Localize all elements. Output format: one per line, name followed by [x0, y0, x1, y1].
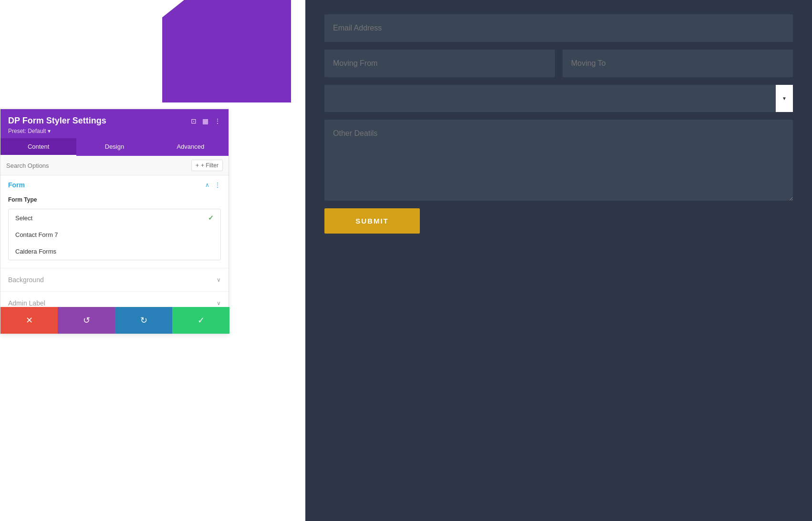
undo-icon: ↺	[83, 315, 90, 326]
dropdown-item-label: Contact Form 7	[15, 231, 58, 238]
submit-button[interactable]: SUBMIT	[324, 208, 420, 234]
more-icon[interactable]: ⋮	[214, 117, 221, 125]
cancel-button[interactable]: ✕	[0, 307, 58, 334]
settings-preset[interactable]: Preset: Default ▾	[8, 128, 221, 134]
dropdown-item-caldera[interactable]: Caldera Forms	[9, 243, 220, 260]
right-panel: ▼ SUBMIT	[305, 0, 812, 521]
submit-label: SUBMIT	[355, 217, 389, 225]
section-controls: ∧ ⋮	[205, 181, 221, 189]
redo-button[interactable]: ↻	[115, 307, 172, 334]
form-type-dropdown: Select ✓ Contact Form 7 Caldera Forms	[8, 209, 221, 260]
form-collapse-icon[interactable]: ∧	[205, 182, 209, 188]
settings-title: DP Form Styler Settings	[8, 116, 106, 126]
checkmark-icon: ✓	[208, 214, 214, 222]
dropdown-item-select[interactable]: Select ✓	[9, 209, 220, 226]
filter-button[interactable]: + + Filter	[191, 160, 223, 171]
frame-icon[interactable]: ⊡	[191, 117, 197, 125]
form-type-label: Form Type	[0, 194, 229, 207]
undo-button[interactable]: ↺	[58, 307, 115, 334]
background-expand-icon: ∨	[217, 276, 221, 283]
dropdown-item-label: Select	[15, 215, 32, 222]
email-field[interactable]	[324, 14, 793, 42]
form-select[interactable]	[324, 85, 793, 112]
grid-icon[interactable]: ▦	[202, 117, 208, 125]
admin-label-title: Admin Label	[8, 299, 45, 307]
admin-label-expand-icon: ∨	[217, 300, 221, 306]
search-bar: + + Filter	[0, 156, 229, 175]
cancel-icon: ✕	[26, 315, 33, 326]
form-more-icon[interactable]: ⋮	[214, 181, 221, 189]
dropdown-item-cf7[interactable]: Contact Form 7	[9, 226, 220, 243]
moving-row	[324, 50, 793, 77]
form-section-header: Form ∧ ⋮	[0, 175, 229, 194]
purple-shape	[162, 0, 291, 102]
settings-header: DP Form Styler Settings ⊡ ▦ ⋮ Preset: De…	[0, 109, 229, 138]
settings-tabs: Content Design Advanced	[0, 138, 229, 156]
settings-title-row: DP Form Styler Settings ⊡ ▦ ⋮	[8, 116, 221, 126]
tab-advanced[interactable]: Advanced	[153, 138, 229, 156]
moving-to-field[interactable]	[562, 50, 793, 77]
form-section: Form ∧ ⋮ Form Type Select ✓ Contact Form…	[0, 175, 229, 268]
confirm-button[interactable]: ✓	[172, 307, 229, 334]
dropdown-item-label: Caldera Forms	[15, 248, 56, 255]
other-details-textarea[interactable]	[324, 120, 793, 201]
settings-panel: DP Form Styler Settings ⊡ ▦ ⋮ Preset: De…	[0, 109, 229, 334]
tab-design[interactable]: Design	[76, 138, 152, 156]
confirm-icon: ✓	[198, 315, 205, 326]
filter-plus-icon: +	[196, 162, 199, 169]
moving-from-field[interactable]	[324, 50, 555, 77]
select-wrapper: ▼	[324, 85, 793, 112]
tab-content[interactable]: Content	[0, 138, 76, 156]
background-section[interactable]: Background ∨	[0, 268, 229, 292]
form-section-title: Form	[8, 181, 25, 189]
redo-icon: ↻	[140, 315, 147, 326]
action-bar: ✕ ↺ ↻ ✓	[0, 307, 229, 334]
settings-icons: ⊡ ▦ ⋮	[191, 117, 221, 125]
search-input[interactable]	[6, 162, 191, 169]
left-panel: DP Form Styler Settings ⊡ ▦ ⋮ Preset: De…	[0, 0, 305, 521]
background-title: Background	[8, 276, 44, 284]
